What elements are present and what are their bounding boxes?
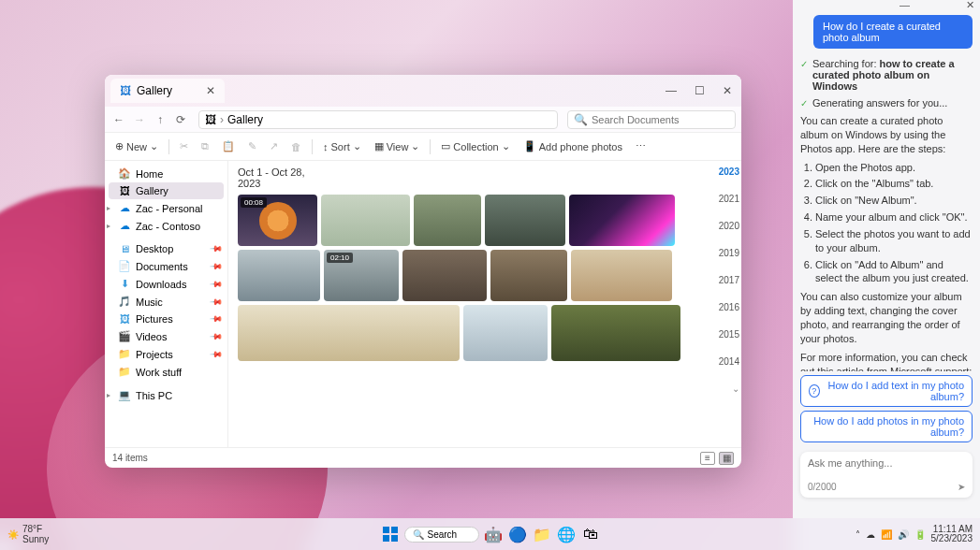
tray-wifi-icon[interactable]: 📶 — [881, 529, 892, 540]
timeline-year[interactable]: 2014 — [719, 356, 739, 367]
pin-icon[interactable]: 📌 — [210, 312, 224, 326]
thumbnail[interactable]: 00:08 — [238, 195, 317, 246]
thumbnail[interactable] — [414, 195, 481, 246]
sidebar-item-pictures[interactable]: 🖼Pictures📌 — [105, 311, 227, 327]
thumbnail[interactable] — [238, 250, 320, 301]
ask-input[interactable] — [808, 457, 965, 469]
share-button[interactable]: ↗ — [265, 138, 283, 155]
char-counter: 0/2000 — [808, 482, 837, 492]
thumbnails-view-button[interactable]: ▦ — [719, 452, 734, 465]
window-close-button[interactable]: ✕ — [713, 75, 741, 107]
window-maximize-button[interactable]: ☐ — [685, 75, 713, 107]
up-button[interactable]: ↑ — [152, 111, 168, 128]
timeline-year[interactable]: 2017 — [719, 275, 739, 285]
taskbar-search[interactable]: 🔍Search — [404, 527, 479, 543]
sidebar-item-gallery[interactable]: 🖼Gallery — [109, 182, 224, 199]
sort-button[interactable]: ↕Sort⌄ — [318, 138, 366, 155]
sidebar-item-home[interactable]: 🏠Home — [105, 165, 227, 182]
thumbnail[interactable] — [321, 195, 410, 246]
cut-button[interactable]: ✂ — [175, 138, 193, 155]
tray-onedrive-icon[interactable]: ☁ — [866, 529, 875, 540]
duration-badge: 02:10 — [327, 253, 353, 263]
timeline-year[interactable]: 2015 — [719, 329, 739, 340]
thumbnail[interactable] — [490, 250, 567, 301]
view-button[interactable]: ▦View⌄ — [370, 138, 425, 155]
pin-icon[interactable]: 📌 — [210, 242, 224, 256]
tray-battery-icon[interactable]: 🔋 — [914, 529, 926, 540]
tray-chevron-icon[interactable]: ˄ — [856, 529, 860, 540]
taskbar-widgets-icon[interactable]: 🔵 — [507, 524, 528, 544]
more-button[interactable]: ⋯ — [631, 138, 651, 155]
timeline-year[interactable]: 2023 — [719, 166, 739, 177]
suggestion-chip[interactable]: How do I add photos in my photo album? — [800, 411, 973, 442]
sidebar-item-videos[interactable]: 🎬Videos📌 — [105, 327, 227, 345]
paste-button[interactable]: 📋 — [217, 138, 240, 155]
thumbnail[interactable] — [238, 305, 460, 361]
sidebar-item-desktop[interactable]: 🖥Desktop📌 — [105, 240, 227, 257]
thumbnail[interactable] — [569, 195, 675, 246]
search-input[interactable] — [592, 114, 729, 125]
chevron-right-icon[interactable]: ▸ — [107, 391, 110, 399]
thumbnail[interactable] — [402, 250, 487, 301]
weather-widget[interactable]: ☀️ 78°F Sunny — [7, 524, 49, 544]
svg-rect-1 — [391, 527, 398, 533]
taskbar-explorer-icon[interactable]: 📁 — [532, 524, 552, 544]
suggestion-chip[interactable]: ? How do I add text in my photo album? — [800, 375, 973, 407]
add-phone-photos-button[interactable]: 📱Add phone photos — [519, 138, 627, 155]
thumbnail[interactable] — [485, 195, 565, 246]
timeline-more-icon[interactable]: ⌄ — [732, 384, 739, 394]
tab-close-icon[interactable]: ✕ — [206, 84, 215, 97]
titlebar[interactable]: 🖼 Gallery ✕ — ☐ ✕ — [105, 75, 741, 107]
chevron-right-icon[interactable]: ▸ — [107, 222, 110, 230]
videos-icon: 🎬 — [118, 330, 131, 342]
tray-clock[interactable]: 11:11 AM 5/23/2023 — [931, 525, 973, 543]
taskbar-copilot-icon[interactable]: 🤖 — [483, 524, 504, 544]
details-view-button[interactable]: ≡ — [700, 452, 715, 465]
sidebar-item-projects[interactable]: 📁Projects📌 — [105, 345, 227, 363]
tray-volume-icon[interactable]: 🔊 — [898, 529, 909, 540]
thumbnail[interactable] — [463, 305, 548, 361]
documents-icon: 📄 — [118, 260, 131, 272]
search-box[interactable]: 🔍 — [567, 110, 736, 129]
ask-input-box[interactable]: 0/2000 ➤ — [800, 452, 973, 498]
timeline-year[interactable]: 2016 — [719, 302, 739, 312]
step-item: Click on "New Album". — [815, 194, 973, 208]
sidebar-item-thispc[interactable]: ▸💻This PC — [105, 386, 227, 404]
delete-button[interactable]: 🗑 — [286, 138, 306, 155]
pin-icon[interactable]: 📌 — [210, 329, 224, 343]
rename-button[interactable]: ✎ — [243, 138, 261, 155]
timeline-year[interactable]: 2019 — [719, 248, 739, 258]
sidebar-item-zac-contoso[interactable]: ▸☁Zac - Contoso — [105, 217, 227, 235]
new-button[interactable]: ⊕New⌄ — [110, 138, 163, 155]
sidebar-item-downloads[interactable]: ⬇Downloads📌 — [105, 275, 227, 293]
pin-icon[interactable]: 📌 — [210, 259, 224, 273]
window-minimize-button[interactable]: — — [657, 75, 685, 107]
collection-icon: ▭ — [441, 140, 450, 152]
forward-button[interactable]: → — [131, 111, 148, 128]
collection-button[interactable]: ▭Collection⌄ — [436, 138, 514, 155]
send-icon[interactable]: ➤ — [958, 482, 965, 492]
breadcrumb[interactable]: 🖼 › Gallery — [198, 110, 558, 129]
sidebar-item-work[interactable]: 📁Work stuff — [105, 363, 227, 381]
pin-icon[interactable]: 📌 — [210, 277, 224, 291]
taskbar-edge-icon[interactable]: 🌐 — [556, 524, 577, 544]
tab-gallery[interactable]: 🖼 Gallery ✕ — [110, 79, 225, 103]
refresh-button[interactable]: ⟳ — [172, 111, 189, 128]
thumbnail[interactable]: 02:10 — [324, 250, 399, 301]
start-button[interactable] — [380, 524, 401, 544]
timeline-year[interactable]: 2021 — [719, 194, 739, 204]
timeline-year[interactable]: 2020 — [719, 221, 739, 231]
copy-button[interactable]: ⧉ — [197, 138, 213, 155]
chevron-right-icon[interactable]: ▸ — [107, 204, 110, 212]
folder-icon: 📁 — [118, 348, 131, 360]
thumbnail[interactable] — [571, 250, 672, 301]
sidebar-item-documents[interactable]: 📄Documents📌 — [105, 257, 227, 275]
sidebar-item-zac-personal[interactable]: ▸☁Zac - Personal — [105, 199, 227, 217]
pin-icon[interactable]: 📌 — [210, 347, 224, 361]
gallery-area: Oct 1 - Oct 28, 2023 00:08 02:10 — [228, 161, 706, 447]
taskbar-store-icon[interactable]: 🛍 — [580, 524, 601, 544]
sidebar-item-music[interactable]: 🎵Music📌 — [105, 293, 227, 311]
back-button[interactable]: ← — [110, 111, 127, 128]
pin-icon[interactable]: 📌 — [210, 295, 224, 309]
thumbnail[interactable] — [551, 305, 680, 361]
